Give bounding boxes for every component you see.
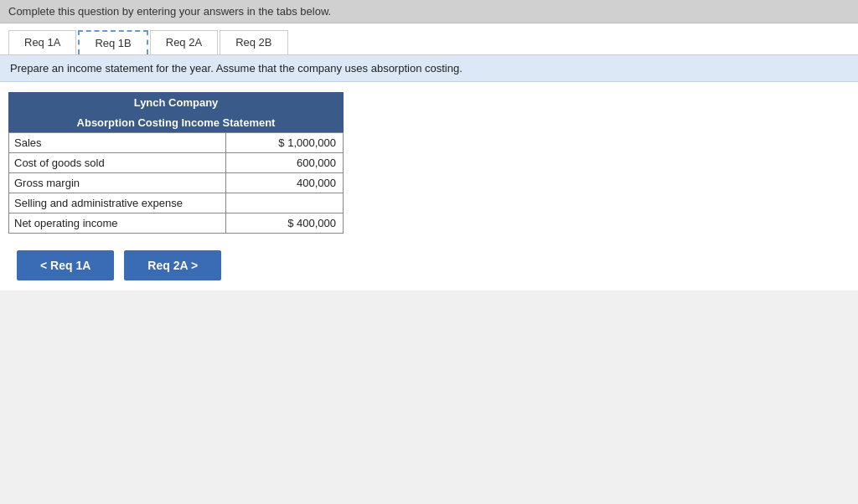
table-row: Cost of goods sold 600,000 [9,153,344,173]
row-value-net-income: $ 400,000 [226,213,344,234]
row-label-selling-expense: Selling and administrative expense [9,193,226,213]
row-value-cogs: 600,000 [226,153,344,173]
tab-req1a[interactable]: Req 1A [8,30,76,54]
selling-expense-input[interactable] [231,197,336,209]
main-container: Complete this question by entering your … [0,0,858,291]
row-label-sales: Sales [9,133,226,153]
income-table-wrapper: Lynch Company Absorption Costing Income … [8,92,344,234]
table-row: Net operating income $ 400,000 [9,213,344,234]
tab-req2a[interactable]: Req 2A [150,30,218,54]
next-button[interactable]: Req 2A > [124,250,221,280]
income-table: Sales $ 1,000,000 Cost of goods sold 600… [8,132,344,234]
content-area: Lynch Company Absorption Costing Income … [0,82,858,291]
instruction-bar: Prepare an income statement for the year… [0,55,858,82]
tab-req1b[interactable]: Req 1B [78,30,147,54]
table-company-name: Lynch Company [8,92,344,113]
table-row: Selling and administrative expense [9,193,344,213]
row-value-gross-margin: 400,000 [226,173,344,193]
row-value-sales: $ 1,000,000 [226,133,344,153]
row-value-selling-expense[interactable] [226,193,344,213]
table-subtitle: Absorption Costing Income Statement [8,113,344,132]
table-row: Gross margin 400,000 [9,173,344,193]
top-banner: Complete this question by entering your … [0,0,858,23]
tab-req2b[interactable]: Req 2B [220,30,287,54]
banner-text: Complete this question by entering your … [8,5,331,18]
row-label-cogs: Cost of goods sold [9,153,226,173]
prev-button[interactable]: < Req 1A [17,250,114,280]
tabs-bar: Req 1A Req 1B Req 2A Req 2B [0,23,858,55]
nav-buttons: < Req 1A Req 2A > [8,250,850,280]
row-label-net-income: Net operating income [9,213,226,234]
row-label-gross-margin: Gross margin [9,173,226,193]
table-row: Sales $ 1,000,000 [9,133,344,153]
instruction-text: Prepare an income statement for the year… [10,62,463,75]
